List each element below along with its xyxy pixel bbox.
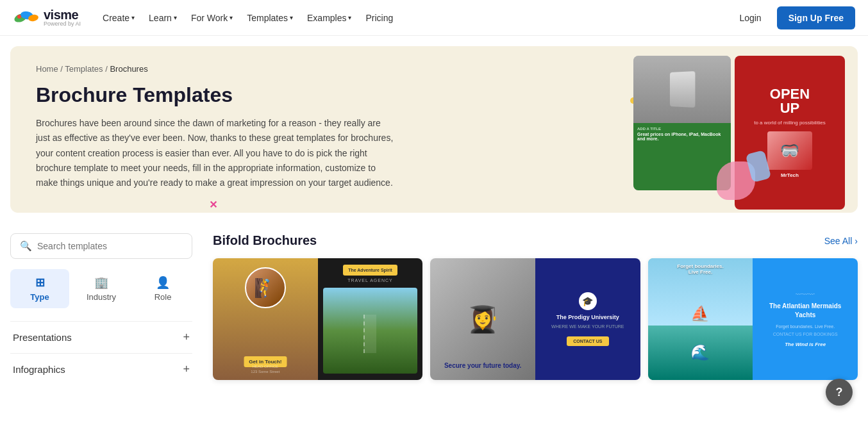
sidebar-section-presentations[interactable]: Presentations +	[10, 321, 192, 353]
hero-preview-card-1: ADD A TITLE Great prices on iPhone, iPad…	[633, 56, 731, 190]
chevron-down-icon: ▾	[131, 14, 135, 21]
type-icon: ⊞	[35, 276, 45, 290]
template-card-yacht[interactable]: ⛵ 🌊 Forget boundaries.Live Free. 〰〰〰 The…	[648, 258, 858, 380]
nav-item-templates[interactable]: Templates ▾	[240, 8, 299, 28]
visme-logo-icon	[13, 6, 41, 29]
nav-item-create[interactable]: Create ▾	[96, 8, 141, 28]
nav-item-examples[interactable]: Examples ▾	[301, 8, 358, 28]
section-title: Bifold Brochures	[213, 233, 317, 248]
visme-brand-text: visme Powered by AI	[44, 8, 81, 27]
nav-item-learn[interactable]: Learn ▾	[142, 8, 183, 28]
chevron-down-icon: ▾	[348, 14, 351, 21]
sidebar: 🔍 ⊞ Type 🏢 Industry 👤 Role Presentations…	[10, 223, 203, 395]
nav-items: Create ▾ Learn ▾ For Work ▾ Templates ▾ …	[96, 8, 729, 28]
filter-tab-type[interactable]: ⊞ Type	[10, 269, 69, 308]
nav-right: Login Sign Up Free	[731, 6, 855, 29]
main-content: 🔍 ⊞ Type 🏢 Industry 👤 Role Presentations…	[0, 223, 868, 395]
template-cards-grid: 🧗 Get in Touch! HEAD OFFICE123 Some Stre…	[213, 258, 858, 380]
decoration-cross-pink: ✕	[209, 199, 217, 211]
filter-tabs: ⊞ Type 🏢 Industry 👤 Role	[10, 269, 192, 308]
filter-tab-role[interactable]: 👤 Role	[133, 269, 192, 308]
hero-description: Brochures have been around since the daw…	[36, 116, 395, 190]
login-button[interactable]: Login	[731, 8, 769, 28]
visme-ai-label: Powered by AI	[44, 21, 81, 27]
section-header: Bifold Brochures See All ›	[213, 233, 858, 248]
search-icon: 🔍	[20, 240, 32, 252]
filter-tab-industry[interactable]: 🏢 Industry	[72, 269, 131, 308]
chevron-right-icon: ›	[855, 236, 858, 246]
visme-main-label: visme	[44, 8, 81, 21]
chevron-down-icon: ▾	[290, 14, 293, 21]
sidebar-section-infographics[interactable]: Infographics +	[10, 353, 192, 385]
template-card-university[interactable]: 👩‍🎓 Secure your future today. 🎓 The Prod…	[430, 258, 640, 380]
template-card-adventure[interactable]: 🧗 Get in Touch! HEAD OFFICE123 Some Stre…	[213, 258, 422, 380]
search-input[interactable]	[37, 241, 183, 251]
search-box[interactable]: 🔍	[10, 233, 192, 259]
chevron-down-icon: ▾	[174, 14, 177, 21]
navbar: visme Powered by AI Create ▾ Learn ▾ For…	[0, 0, 868, 36]
template-area: Bifold Brochures See All › 🧗 Get in Touc…	[203, 223, 858, 395]
page-title: Brochure Templates	[36, 83, 474, 107]
see-all-button[interactable]: See All ›	[824, 236, 858, 246]
plus-icon: +	[183, 331, 190, 344]
nav-item-pricing[interactable]: Pricing	[359, 8, 399, 28]
plus-icon: +	[183, 363, 190, 376]
industry-icon: 🏢	[94, 276, 108, 290]
chevron-down-icon: ▾	[230, 14, 233, 21]
signup-button[interactable]: Sign Up Free	[777, 6, 855, 29]
nav-item-forwork[interactable]: For Work ▾	[185, 8, 239, 28]
nav-logo[interactable]: visme Powered by AI	[13, 6, 81, 29]
svg-point-3	[17, 15, 21, 19]
hero-banner: ✕ ✕ Home / Templates / Brochures Brochur…	[10, 46, 858, 213]
role-icon: 👤	[156, 276, 170, 290]
